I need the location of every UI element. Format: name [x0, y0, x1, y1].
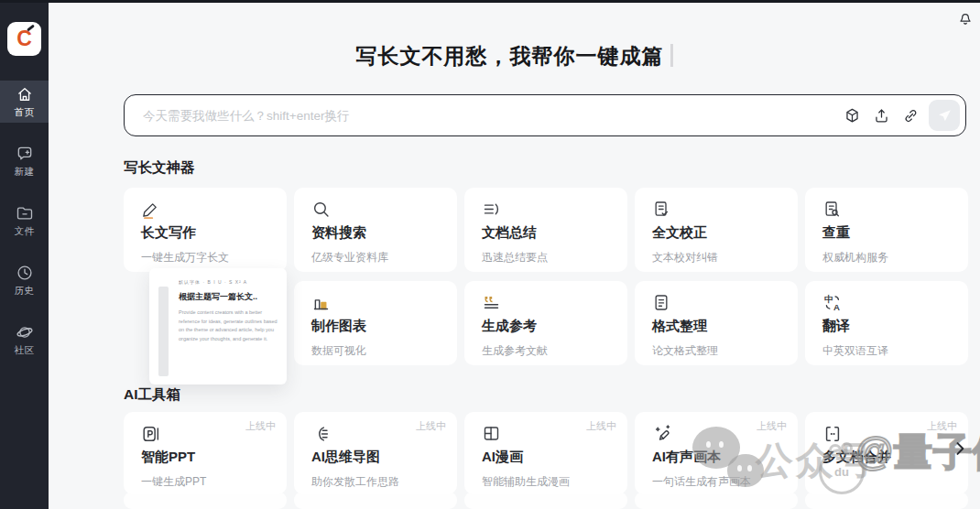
card-subtitle: 生成参考文献	[482, 343, 615, 359]
preview-body: Provide content creators with a better r…	[179, 309, 280, 344]
card-subtitle: 数据可视化	[311, 343, 444, 359]
tool-card-smart-ppt[interactable]: 智能PPT一键生成PPT上线中	[124, 412, 287, 494]
tool-card-formatting[interactable]: 格式整理论文格式整理	[635, 281, 798, 365]
planet-icon	[16, 323, 34, 341]
chart-icon	[311, 293, 444, 313]
doc-check-icon	[652, 200, 785, 220]
card-title: 长文写作	[141, 224, 274, 242]
card-subtitle: 亿级专业资料库	[311, 250, 444, 265]
sidebar-item-history[interactable]: 历史	[0, 259, 49, 301]
sidebar-item-community[interactable]: 社区	[0, 319, 49, 361]
app-logo[interactable]: C	[7, 22, 41, 56]
tool-card-voice-book[interactable]: AI有声画本一句话生成有声画本上线中	[635, 412, 798, 494]
tool-card-doc-summary[interactable]: 文档总结迅速总结要点	[464, 188, 627, 272]
card-subtitle: 中英双语互译	[822, 343, 955, 359]
tool-card-mindmap[interactable]: AI思维导图助你发散工作思路上线中	[294, 412, 457, 494]
card-title: 格式整理	[652, 318, 785, 335]
card-subtitle: 权威机构服务	[822, 250, 955, 265]
preview-toolbar: 默认字体 · B I U · S X² A	[179, 279, 280, 285]
tool-card-comic[interactable]: AI漫画智能辅助生成漫画上线中	[464, 412, 627, 494]
folder-icon	[16, 204, 34, 222]
status-badge: 上线中	[245, 419, 276, 433]
summary-icon	[482, 200, 615, 220]
doc-lines-icon	[652, 293, 785, 313]
card-title: 生成参考	[482, 318, 615, 335]
card-subtitle: 文本校对纠错	[652, 250, 785, 265]
card-title: 文档总结	[482, 224, 615, 242]
writer-tools-row1: 长文写作一键生成万字长文资料搜索亿级专业资料库文档总结迅速总结要点全文校正文本校…	[124, 188, 968, 272]
card-subtitle: 一键生成PPT	[141, 474, 274, 490]
card-title: 资料搜索	[311, 224, 444, 242]
card-title: AI有声画本	[652, 449, 785, 466]
search-icon	[311, 200, 444, 220]
card-title: 翻译	[822, 318, 955, 335]
sidebar-item-label: 首页	[15, 106, 35, 119]
long-writing-preview-card[interactable]: 默认字体 · B I U · S X² A 根据主题写一篇长文.. Provid…	[149, 268, 287, 384]
prompt-box	[124, 94, 966, 136]
sidebar-item-label: 新建	[15, 166, 35, 179]
card-subtitle: 一句话生成有声画本	[652, 474, 785, 490]
card-subtitle: 一键生成万字长文	[141, 250, 274, 265]
send-button[interactable]	[929, 100, 960, 131]
sidebar-item-label: 历史	[15, 285, 35, 298]
card-title: 制作图表	[311, 318, 444, 335]
sidebar: C 首页新建文件历史社区	[0, 0, 49, 509]
svg-text:A: A	[833, 302, 840, 312]
card-title: 多文档合并	[822, 449, 955, 466]
tool-card-references[interactable]: 生成参考生成参考文献	[464, 281, 627, 365]
tool-card-plagiarism-check[interactable]: 查重权威机构服务	[805, 188, 968, 272]
status-badge: 上线中	[416, 419, 446, 433]
tool-card-doc-merge[interactable]: 多文档合并上线中	[805, 412, 968, 494]
card-subtitle: 智能辅助生成漫画	[482, 474, 615, 490]
card-title: 全文校正	[652, 224, 785, 242]
card-subtitle: 迅速总结要点	[482, 250, 615, 265]
translate-icon: 中A	[822, 293, 955, 313]
card-title: AI思维导图	[311, 449, 444, 466]
hero: 写长文不用愁，我帮你一键成篇	[49, 42, 980, 70]
card-subtitle: 助你发散工作思路	[311, 474, 444, 490]
page-title: 写长文不用愁，我帮你一键成篇	[356, 42, 664, 70]
sidebar-item-label: 社区	[15, 344, 35, 357]
card-subtitle: 论文格式整理	[652, 343, 785, 359]
tool-card-chart-maker[interactable]: 制作图表数据可视化	[294, 281, 457, 365]
link-icon[interactable]	[896, 101, 925, 130]
tool-card-translate[interactable]: 中A翻译中英双语互译	[805, 281, 968, 365]
prompt-input[interactable]	[141, 108, 837, 124]
section-title-ai-toolbox: AI工具箱	[124, 385, 180, 405]
cube-icon[interactable]	[837, 101, 866, 130]
ai-toolbox-row: 智能PPT一键生成PPT上线中AI思维导图助你发散工作思路上线中AI漫画智能辅助…	[124, 412, 968, 494]
page-spine	[158, 287, 169, 376]
writer-tools-row2: 制作图表数据可视化生成参考生成参考文献格式整理论文格式整理中A翻译中英双语互译	[294, 281, 968, 365]
new-chat-icon	[16, 145, 34, 163]
upload-icon[interactable]	[866, 101, 896, 130]
tool-card-long-writing[interactable]: 长文写作一键生成万字长文	[124, 188, 287, 272]
sidebar-nav: 首页新建文件历史社区	[0, 81, 49, 378]
sidebar-item-home[interactable]: 首页	[0, 81, 49, 123]
tool-card-proofread[interactable]: 全文校正文本校对纠错	[635, 188, 798, 272]
text-cursor	[670, 44, 673, 67]
status-badge: 上线中	[757, 419, 787, 433]
sidebar-item-files[interactable]: 文件	[0, 200, 49, 242]
bell-icon[interactable]	[956, 8, 975, 27]
section-title-writer-tools: 写长文神器	[124, 158, 195, 178]
svg-text:中: 中	[824, 294, 833, 304]
clock-icon	[16, 264, 34, 282]
quote-icon	[482, 293, 615, 313]
status-badge: 上线中	[586, 419, 616, 433]
preview-heading: 根据主题写一篇长文..	[179, 291, 280, 303]
card-title: AI漫画	[482, 449, 615, 466]
chevron-right-icon[interactable]	[949, 438, 971, 460]
tool-card-research-search[interactable]: 资料搜索亿级专业资料库	[294, 188, 457, 272]
card-title: 查重	[822, 224, 955, 242]
preview-document: 默认字体 · B I U · S X² A 根据主题写一篇长文.. Provid…	[179, 279, 280, 344]
card-title: 智能PPT	[141, 449, 274, 466]
sidebar-item-label: 文件	[15, 225, 35, 238]
sidebar-item-new[interactable]: 新建	[0, 140, 49, 182]
logo-letter: C	[16, 28, 32, 49]
doc-search-icon	[822, 200, 955, 220]
pencil-icon	[141, 200, 274, 220]
status-badge: 上线中	[927, 419, 957, 433]
window-top-edge	[0, 0, 980, 3]
home-icon	[16, 85, 34, 103]
